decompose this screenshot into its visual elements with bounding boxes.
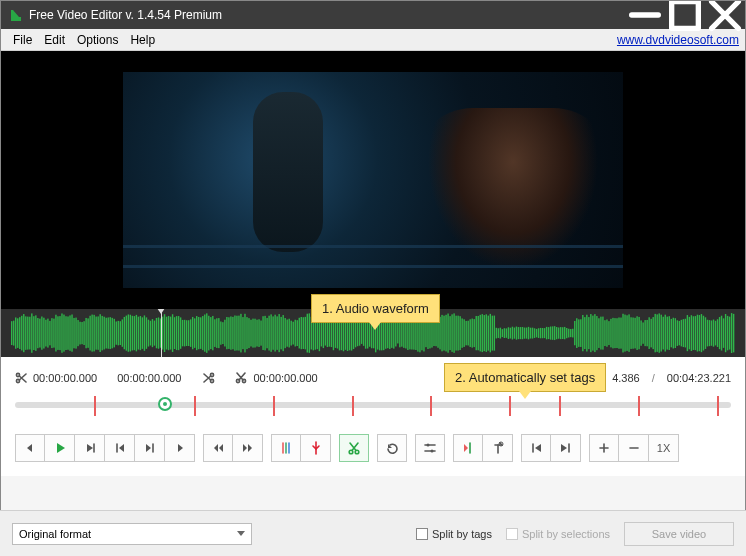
svg-rect-269 [548, 327, 549, 339]
svg-rect-119 [246, 317, 247, 349]
window-title: Free Video Editor v. 1.4.54 Premium [29, 8, 625, 22]
split-by-tags-label: Split by tags [432, 528, 492, 540]
fast-forward-button[interactable] [233, 434, 263, 462]
zoom-out-button[interactable] [619, 434, 649, 462]
play-button[interactable] [45, 434, 75, 462]
rotate-button[interactable] [377, 434, 407, 462]
svg-rect-59 [126, 316, 127, 351]
svg-rect-326 [663, 317, 664, 350]
goto-end-button[interactable] [551, 434, 581, 462]
svg-rect-49 [106, 318, 107, 349]
close-button[interactable] [705, 1, 745, 29]
minimize-button[interactable] [625, 1, 665, 29]
menu-options[interactable]: Options [71, 33, 124, 47]
svg-rect-26 [59, 316, 60, 350]
timeline-track[interactable] [15, 402, 731, 408]
svg-rect-217 [443, 316, 444, 351]
svg-rect-93 [194, 318, 195, 348]
timeline[interactable] [1, 394, 745, 422]
website-link[interactable]: www.dvdvideosoft.com [617, 33, 739, 47]
scissors-icon [235, 372, 247, 384]
step-back-button[interactable] [105, 434, 135, 462]
save-video-button[interactable]: Save video [624, 522, 734, 546]
svg-rect-230 [469, 319, 470, 347]
split-by-selections-checkbox[interactable]: Split by selections [506, 528, 610, 540]
output-format-select[interactable]: Original format [12, 523, 252, 545]
adjust-button[interactable] [415, 434, 445, 462]
svg-rect-136 [280, 317, 281, 349]
svg-rect-81 [170, 317, 171, 350]
play-selection-button[interactable] [75, 434, 105, 462]
svg-rect-254 [518, 327, 519, 339]
svg-rect-287 [584, 317, 585, 349]
zoom-level-button[interactable]: 1X [649, 434, 679, 462]
svg-rect-296 [602, 317, 603, 350]
video-frame[interactable] [123, 72, 623, 288]
svg-rect-291 [592, 316, 593, 351]
svg-rect-29 [65, 316, 66, 350]
waveform-playhead[interactable] [161, 309, 162, 357]
cut-mode-button[interactable] [339, 434, 369, 462]
svg-rect-87 [182, 320, 183, 346]
svg-rect-88 [184, 320, 185, 347]
svg-rect-280 [570, 329, 571, 337]
svg-rect-45 [97, 316, 98, 349]
svg-rect-30 [67, 316, 68, 349]
timeline-tag-marker[interactable] [352, 396, 354, 416]
menu-file[interactable]: File [7, 33, 38, 47]
timeline-playhead[interactable] [158, 397, 172, 411]
add-tag-button[interactable] [301, 434, 331, 462]
svg-rect-123 [254, 319, 255, 348]
timeline-tag-marker[interactable] [559, 396, 561, 416]
current-time-partial: 4.386 [612, 372, 640, 384]
timeline-tag-marker[interactable] [509, 396, 511, 416]
next-segment-button[interactable] [165, 434, 195, 462]
svg-rect-130 [268, 316, 269, 351]
svg-rect-297 [604, 320, 605, 346]
svg-rect-273 [556, 327, 557, 339]
svg-rect-139 [286, 320, 287, 347]
svg-rect-64 [136, 315, 137, 351]
svg-point-381 [431, 450, 434, 453]
svg-rect-91 [190, 319, 191, 346]
app-icon [9, 8, 23, 22]
svg-rect-226 [461, 318, 462, 347]
svg-rect-225 [459, 316, 460, 350]
goto-start-button[interactable] [521, 434, 551, 462]
svg-rect-338 [687, 315, 688, 351]
timeline-tag-marker[interactable] [430, 396, 432, 416]
timeline-tag-marker[interactable] [638, 396, 640, 416]
svg-rect-20 [47, 319, 48, 348]
svg-rect-238 [486, 314, 487, 352]
svg-rect-146 [301, 317, 302, 349]
svg-rect-337 [685, 319, 686, 348]
timeline-tag-marker[interactable] [717, 396, 719, 416]
remove-marker-button[interactable] [483, 434, 513, 462]
auto-tags-button[interactable] [271, 434, 301, 462]
svg-rect-229 [467, 321, 468, 346]
svg-rect-277 [564, 327, 565, 339]
titlebar: Free Video Editor v. 1.4.54 Premium [1, 1, 745, 29]
svg-rect-223 [455, 316, 456, 351]
menu-edit[interactable]: Edit [38, 33, 71, 47]
zoom-in-button[interactable] [589, 434, 619, 462]
prev-segment-button[interactable] [15, 434, 45, 462]
svg-rect-90 [188, 320, 189, 346]
rewind-button[interactable] [203, 434, 233, 462]
mark-in-button[interactable] [453, 434, 483, 462]
svg-rect-102 [212, 316, 213, 350]
timeline-tag-marker[interactable] [194, 396, 196, 416]
checkbox-icon [506, 528, 518, 540]
step-forward-button[interactable] [135, 434, 165, 462]
timeline-tag-marker[interactable] [273, 396, 275, 416]
svg-rect-99 [206, 313, 207, 353]
svg-rect-232 [474, 319, 475, 347]
split-by-tags-checkbox[interactable]: Split by tags [416, 528, 492, 540]
maximize-button[interactable] [665, 1, 705, 29]
svg-rect-41 [89, 316, 90, 351]
timeline-tag-marker[interactable] [94, 396, 96, 416]
menu-help[interactable]: Help [124, 33, 161, 47]
svg-rect-332 [675, 318, 676, 348]
chevron-down-icon [237, 531, 245, 536]
svg-rect-313 [636, 316, 637, 350]
